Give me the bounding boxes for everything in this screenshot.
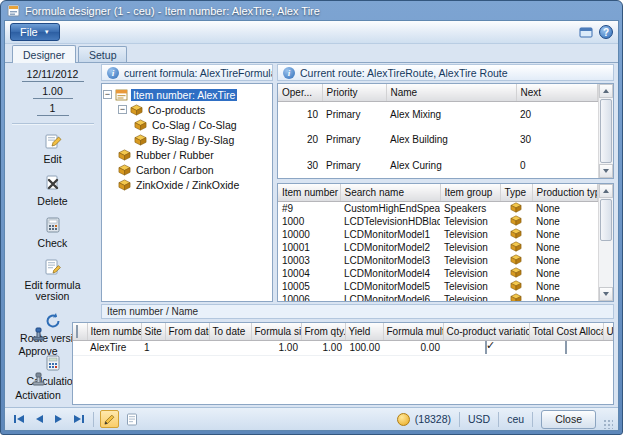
tree-node-label[interactable]: Item number: AlexTire <box>131 89 237 101</box>
table-row[interactable]: 30 Primary Alex Curing 0 <box>278 152 598 178</box>
scroll-up-icon[interactable] <box>599 84 613 98</box>
tab-designer[interactable]: Designer <box>12 45 76 63</box>
table-cell[interactable]: 10003 <box>278 254 340 267</box>
table-cell[interactable]: None <box>532 215 598 228</box>
table-cell[interactable]: 0.00 <box>383 340 443 355</box>
table-cell[interactable]: #9 <box>278 201 340 215</box>
table-cell[interactable]: 30 <box>516 127 598 153</box>
tree-node-label[interactable]: Co-products <box>146 104 207 116</box>
table-cell[interactable]: None <box>532 293 598 303</box>
table-cell[interactable]: Alex Mixing <box>386 101 516 127</box>
tree-node-by-slag[interactable]: By-Slag / By-Slag <box>103 132 271 147</box>
table-row[interactable]: #9 CustomHighEndSpeaker Speakers None <box>278 201 598 215</box>
titlebar[interactable]: Formula designer (1 - ceu) - Item number… <box>4 1 619 20</box>
column-header[interactable]: Formula multiple <box>383 323 443 340</box>
company-label[interactable]: ceu <box>507 413 524 425</box>
column-header[interactable]: From date <box>165 323 209 340</box>
approve-button[interactable]: Approve <box>0 321 83 361</box>
last-record-icon[interactable] <box>70 411 87 428</box>
edit-formula-version-button[interactable]: Edit formula version <box>8 253 98 307</box>
tree-node-co-slag[interactable]: Co-Slag / Co-Slag <box>103 117 271 132</box>
table-cell[interactable]: LCDTelevisionHDBlack <box>340 215 440 228</box>
table-cell[interactable]: None <box>532 201 598 215</box>
table-cell[interactable]: 10005 <box>278 280 340 293</box>
scroll-down-icon[interactable] <box>599 287 613 301</box>
table-cell[interactable]: Television <box>440 280 500 293</box>
table-cell[interactable]: 100.00 <box>345 340 383 355</box>
table-cell[interactable] <box>209 340 251 355</box>
tree-node-root[interactable]: − Item number: AlexTire <box>103 87 271 102</box>
column-header[interactable]: Total Cost Allocation <box>529 323 603 340</box>
table-cell[interactable]: LCDMonitorModel4 <box>340 267 440 280</box>
column-header[interactable]: Name <box>386 84 516 101</box>
table-cell[interactable] <box>165 340 209 355</box>
check-button[interactable]: Check <box>8 211 98 253</box>
formula-version-link[interactable]: 1.00 <box>33 85 73 99</box>
table-cell[interactable]: AlexTire <box>87 340 141 355</box>
table-row[interactable]: 10005 LCDMonitorModel5 Television None <box>278 280 598 293</box>
table-row[interactable]: 20 Primary Alex Building 30 <box>278 127 598 153</box>
table-cell[interactable]: Television <box>440 254 500 267</box>
notification-icon[interactable] <box>397 413 410 426</box>
restore-window-icon[interactable] <box>578 25 593 40</box>
tree-node-label[interactable]: By-Slag / By-Slag <box>150 134 236 146</box>
table-cell[interactable]: 10006 <box>278 293 340 303</box>
column-header[interactable]: Type <box>500 184 532 201</box>
table-row[interactable]: 10000 LCDMonitorModel1 Television None <box>278 228 598 241</box>
column-header[interactable]: U... <box>603 323 614 340</box>
table-cell[interactable]: LCDMonitorModel2 <box>340 241 440 254</box>
column-header[interactable]: Co-product variations <box>443 323 529 340</box>
table-cell[interactable]: 20 <box>516 101 598 127</box>
table-row[interactable]: AlexTire 1 1.00 1.00 100.00 0.00 <box>73 340 614 355</box>
tree-node-label[interactable]: Carbon / Carbon <box>134 164 216 176</box>
table-cell[interactable]: CustomHighEndSpeaker <box>340 201 440 215</box>
close-button[interactable]: Close <box>541 410 596 429</box>
tree-expander-icon[interactable]: − <box>103 90 112 99</box>
delete-button[interactable]: Delete <box>8 169 98 211</box>
table-cell[interactable]: Alex Building <box>386 127 516 153</box>
column-header[interactable]: Item group <box>440 184 500 201</box>
table-cell[interactable]: 1000 <box>278 215 340 228</box>
table-cell[interactable]: 1.00 <box>251 340 301 355</box>
table-cell[interactable]: 0 <box>516 152 598 178</box>
table-cell[interactable]: Television <box>440 293 500 303</box>
column-header[interactable]: Oper... <box>278 84 322 101</box>
document-icon[interactable] <box>122 410 141 428</box>
edit-record-icon[interactable] <box>100 410 119 428</box>
table-cell[interactable]: 1 <box>141 340 165 355</box>
column-header[interactable]: Yield <box>345 323 383 340</box>
scrollbar-thumb[interactable] <box>600 99 612 163</box>
table-row[interactable]: 10001 LCDMonitorModel2 Television None <box>278 241 598 254</box>
total-cost-allocation-checkbox[interactable] <box>565 341 567 354</box>
column-header[interactable]: Priority <box>322 84 386 101</box>
table-cell[interactable]: Primary <box>322 152 386 178</box>
edit-button[interactable]: Edit <box>8 127 98 169</box>
tree-node-rubber[interactable]: Rubber / Rubber <box>103 147 271 162</box>
formula-number-link[interactable]: 1 <box>37 102 69 116</box>
table-cell[interactable]: 10004 <box>278 267 340 280</box>
table-cell[interactable]: Television <box>440 228 500 241</box>
table-cell[interactable]: 20 <box>278 127 322 153</box>
column-header[interactable]: Item number <box>278 184 340 201</box>
column-header[interactable]: From qty. <box>301 323 345 340</box>
tree-node-zinkoxide[interactable]: ZinkOxide / ZinkOxide <box>103 177 271 192</box>
currency-label[interactable]: USD <box>468 413 490 425</box>
column-header[interactable]: Next <box>516 84 598 101</box>
tree-node-label[interactable]: Rubber / Rubber <box>134 149 216 161</box>
table-cell[interactable]: None <box>532 280 598 293</box>
scroll-down-icon[interactable] <box>599 164 613 178</box>
table-row[interactable]: 10 Primary Alex Mixing 20 <box>278 101 598 127</box>
tree-expander-icon[interactable]: − <box>118 105 127 114</box>
row-selector[interactable] <box>73 340 87 355</box>
tree-node-co-products[interactable]: − Co-products <box>103 102 271 117</box>
help-icon[interactable]: ? <box>599 25 613 39</box>
table-row[interactable]: 10003 LCDMonitorModel3 Television None <box>278 254 598 267</box>
tree-node-label[interactable]: ZinkOxide / ZinkOxide <box>134 179 241 191</box>
table-cell[interactable]: 10001 <box>278 241 340 254</box>
table-cell[interactable]: None <box>532 267 598 280</box>
first-record-icon[interactable] <box>10 411 27 428</box>
file-menu-button[interactable]: File ▼ <box>10 23 60 41</box>
tree-node-carbon[interactable]: Carbon / Carbon <box>103 162 271 177</box>
table-row[interactable]: 1000 LCDTelevisionHDBlack Television Non… <box>278 215 598 228</box>
select-all-header[interactable] <box>73 323 87 340</box>
